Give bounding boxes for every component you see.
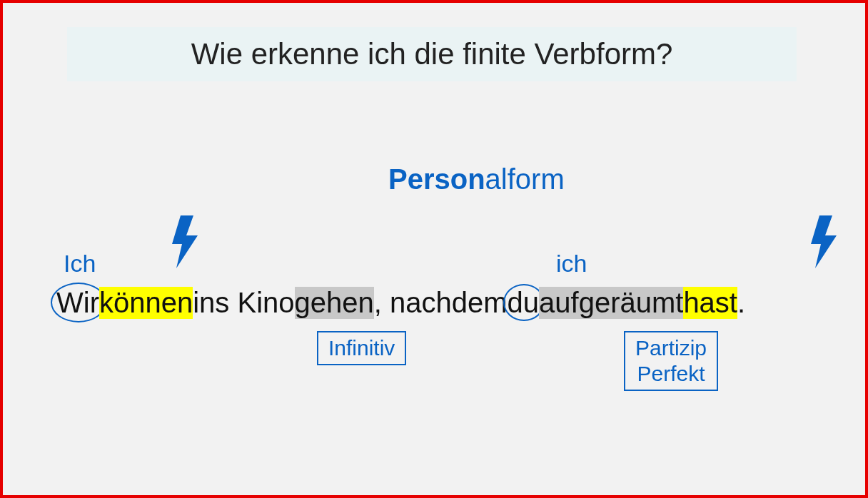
title-text: Wie erkenne ich die finite Verbform? <box>191 37 673 71</box>
annotation-partizip-line2: Perfekt <box>637 362 705 385</box>
word-hast: hast <box>683 287 737 319</box>
heading-personalform: Personalform <box>388 163 565 195</box>
word-wir: Wir <box>56 287 99 319</box>
heading-rest: alform <box>485 163 565 195</box>
word-aufgeraeumt: aufgeräumt <box>539 287 683 319</box>
word-wir-text: Wir <box>56 287 99 318</box>
svg-marker-1 <box>811 215 837 268</box>
title-box: Wie erkenne ich die finite Verbform? <box>67 27 797 81</box>
annotation-partizip-perfekt: Partizip Perfekt <box>624 331 718 391</box>
word-gehen: gehen <box>295 287 374 319</box>
annotation-partizip-line1: Partizip <box>635 336 707 360</box>
pronoun-label-ich-2: ich <box>556 250 587 278</box>
svg-marker-0 <box>172 215 198 268</box>
text-ins-kino: ins Kino <box>193 287 294 319</box>
period: . <box>737 287 745 319</box>
lightning-icon-1 <box>171 215 199 268</box>
lightning-icon-2 <box>809 215 838 268</box>
text-nachdem: , nachdem <box>374 287 508 319</box>
heading-bold: Person <box>388 163 485 195</box>
word-du: du <box>508 287 540 319</box>
annotation-infinitiv: Infinitiv <box>317 331 406 365</box>
sentence: Wir können ins Kino gehen, nachdem du au… <box>56 287 745 319</box>
word-koennen: können <box>99 287 193 319</box>
word-du-text: du <box>508 287 540 318</box>
annotation-infinitiv-text: Infinitiv <box>328 336 395 360</box>
pronoun-label-ich-1: Ich <box>64 250 96 278</box>
